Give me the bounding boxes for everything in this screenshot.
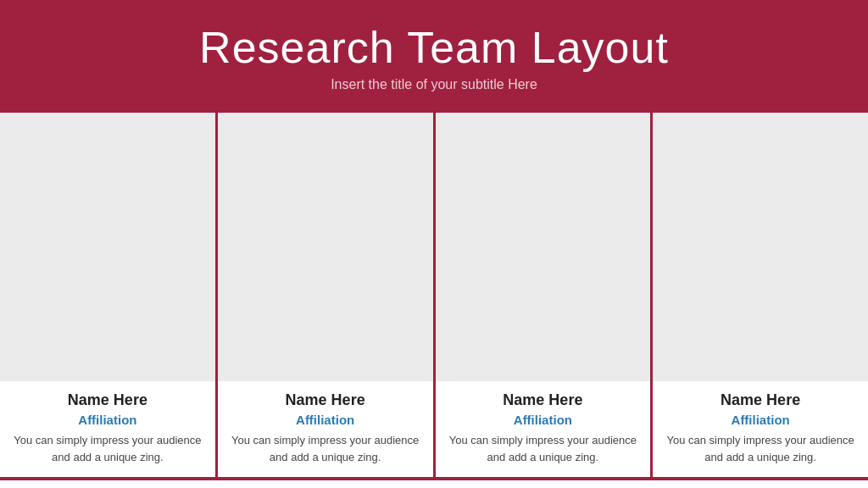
page-title: Research Team Layout (17, 24, 851, 72)
team-card-4: Name Here Affiliation You can simply imp… (653, 113, 868, 477)
card-name-1: Name Here (14, 391, 202, 409)
card-info-4: Name Here Affiliation You can simply imp… (653, 381, 868, 477)
team-card-1: Name Here Affiliation You can simply imp… (0, 113, 218, 477)
card-description-1: You can simply impress your audience and… (14, 432, 202, 465)
card-photo-3 (436, 113, 651, 381)
card-photo-4 (653, 113, 868, 381)
team-card-3: Name Here Affiliation You can simply imp… (436, 113, 654, 477)
team-card-2: Name Here Affiliation You can simply imp… (218, 113, 436, 477)
card-description-2: You can simply impress your audience and… (231, 432, 420, 465)
card-info-2: Name Here Affiliation You can simply imp… (218, 381, 433, 477)
card-name-3: Name Here (449, 391, 637, 409)
card-name-2: Name Here (231, 391, 420, 409)
card-info-1: Name Here Affiliation You can simply imp… (0, 381, 215, 477)
card-name-4: Name Here (666, 391, 854, 409)
header: Research Team Layout Insert the title of… (0, 0, 868, 109)
cards-container: Name Here Affiliation You can simply imp… (0, 109, 868, 480)
header-subtitle: Insert the title of your subtitle Here (17, 77, 851, 92)
card-affiliation-4: Affiliation (666, 413, 854, 427)
card-affiliation-2: Affiliation (231, 413, 420, 427)
card-affiliation-1: Affiliation (14, 413, 202, 427)
card-photo-2 (218, 113, 433, 381)
card-description-4: You can simply impress your audience and… (666, 432, 854, 465)
card-description-3: You can simply impress your audience and… (449, 432, 637, 465)
card-photo-1 (0, 113, 215, 381)
card-info-3: Name Here Affiliation You can simply imp… (436, 381, 651, 477)
card-affiliation-3: Affiliation (449, 413, 637, 427)
